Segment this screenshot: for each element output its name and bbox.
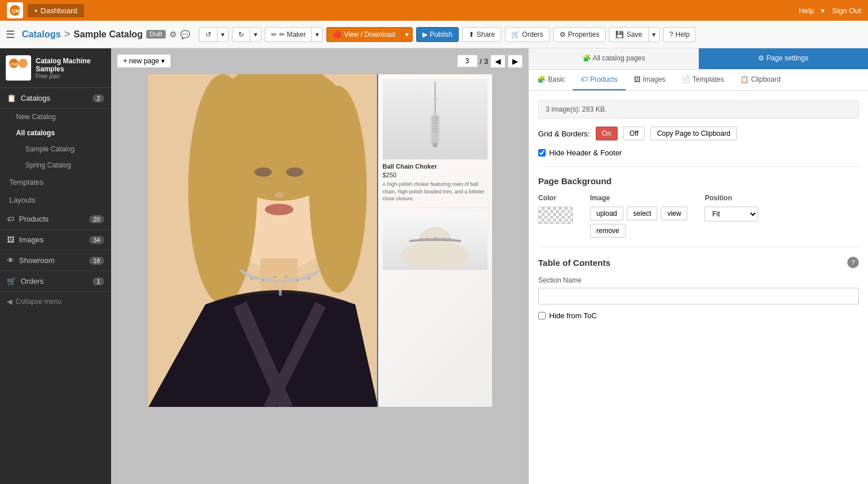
undo-dropdown[interactable]: ▾ bbox=[217, 27, 229, 42]
save-dropdown[interactable]: ▾ bbox=[648, 27, 660, 42]
breadcrumb-separator: > bbox=[64, 28, 71, 40]
top-bar-left: CM ▪ Dashboard bbox=[7, 2, 84, 18]
comment-icon[interactable]: 💬 bbox=[180, 30, 190, 39]
maker-button[interactable]: ✏ ✏ Maker bbox=[265, 27, 312, 42]
product-desc-1: A high-polish choker featuring rows of b… bbox=[383, 181, 488, 203]
help-button[interactable]: ? Help bbox=[663, 27, 696, 42]
products-icon: 🏷 bbox=[7, 215, 14, 223]
upload-button[interactable]: upload bbox=[590, 207, 623, 220]
view-download-button[interactable]: 🔴 View / Download bbox=[326, 27, 401, 42]
page-prev-button[interactable]: ◀ bbox=[490, 55, 505, 68]
collapse-menu-button[interactable]: ◀ Collapse menu bbox=[0, 292, 111, 311]
view-icon: 🔴 bbox=[333, 31, 341, 39]
sidebar-item-images[interactable]: 🖼 Images 34 bbox=[0, 230, 111, 250]
tab-all-catalog-pages[interactable]: 🧩 All catalog pages bbox=[529, 48, 699, 69]
tab-products[interactable]: 🏷 Products bbox=[573, 70, 625, 90]
maker-label: ✏ Maker bbox=[279, 31, 306, 39]
publish-label: Publish bbox=[430, 31, 452, 39]
save-button[interactable]: 💾 Save bbox=[609, 27, 648, 42]
sidebar-sample-catalog[interactable]: Sample Catalog bbox=[0, 141, 111, 157]
toc-help-button[interactable]: ? bbox=[847, 257, 859, 268]
pencil-icon: ✏ bbox=[271, 31, 277, 39]
publish-button[interactable]: ▶ Publish bbox=[416, 27, 459, 42]
grid-on-button[interactable]: On bbox=[596, 127, 618, 140]
sidebar-item-products[interactable]: 🏷 Products 20 bbox=[0, 209, 111, 230]
tab-templates-label: Templates bbox=[692, 75, 724, 83]
view-button[interactable]: view bbox=[661, 207, 687, 220]
info-bar: 3 image(s): 283 KB. bbox=[538, 100, 859, 119]
sidebar-products-badge: 20 bbox=[89, 215, 104, 223]
catalogs-icon: 📋 bbox=[7, 94, 16, 102]
svg-point-39 bbox=[420, 238, 422, 241]
maker-dropdown[interactable]: ▾ bbox=[311, 27, 323, 42]
canvas-area: + new page ▾ / 3 ◀ ▶ bbox=[111, 48, 528, 484]
svg-text:CM: CM bbox=[10, 62, 18, 67]
clipboard-tab-icon: 📋 bbox=[740, 75, 749, 83]
orders-sidebar-icon: 🛒 bbox=[7, 277, 16, 285]
svg-point-27 bbox=[433, 112, 437, 115]
view-download-dropdown[interactable]: ▾ bbox=[401, 27, 413, 42]
top-bar-right: Help ▾ Sign Out bbox=[799, 6, 861, 15]
hide-toc-checkbox[interactable] bbox=[538, 312, 546, 319]
undo-button[interactable]: ↺ bbox=[199, 27, 217, 42]
dashboard-label: Dashboard bbox=[41, 6, 78, 15]
redo-btn-group: ↻ ▾ bbox=[232, 27, 261, 42]
svg-point-35 bbox=[433, 143, 437, 147]
hide-header-footer-checkbox[interactable] bbox=[538, 149, 546, 157]
tab-basic[interactable]: 🧩 Basic bbox=[529, 70, 573, 90]
new-page-button[interactable]: + new page ▾ bbox=[117, 54, 171, 68]
svg-point-13 bbox=[265, 204, 294, 215]
tab-templates[interactable]: 📄 Templates bbox=[673, 70, 732, 90]
undo-btn-group: ↺ ▾ bbox=[199, 27, 229, 42]
section-name-input[interactable] bbox=[538, 288, 859, 304]
sidebar-templates-label: Templates bbox=[9, 178, 43, 186]
breadcrumb-catalogs[interactable]: Catalogs bbox=[22, 29, 61, 40]
tab-images[interactable]: 🖼 Images bbox=[626, 70, 673, 90]
menu-icon[interactable]: ☰ bbox=[6, 28, 15, 41]
position-select[interactable]: Fit Fill Stretch Tile bbox=[705, 207, 758, 222]
sidebar-item-showroom[interactable]: 👁 Showroom 18 bbox=[0, 250, 111, 271]
svg-point-17 bbox=[250, 277, 253, 280]
help-link[interactable]: Help bbox=[799, 6, 814, 15]
sidebar-layouts-label: Layouts bbox=[9, 196, 36, 204]
share-button[interactable]: ⬆ Share bbox=[462, 27, 501, 42]
catalog-page-canvas[interactable]: Ball Chain Choker $250 A high-polish cho… bbox=[147, 74, 493, 407]
remove-button[interactable]: remove bbox=[590, 224, 626, 238]
grid-off-button[interactable]: Off bbox=[623, 127, 645, 140]
sidebar-item-layouts[interactable]: Layouts bbox=[0, 191, 111, 209]
properties-button[interactable]: ⚙ Properties bbox=[553, 27, 606, 42]
svg-text:CM: CM bbox=[12, 8, 21, 14]
page-next-button[interactable]: ▶ bbox=[508, 55, 523, 68]
sidebar-item-templates[interactable]: Templates bbox=[0, 173, 111, 191]
position-label: Position bbox=[705, 194, 758, 202]
redo-button[interactable]: ↻ bbox=[232, 27, 250, 42]
page-navigation: / 3 ◀ ▶ bbox=[457, 55, 523, 68]
settings-icon[interactable]: ⚙ bbox=[169, 30, 177, 39]
copy-clipboard-button[interactable]: Copy Page to Clipboard bbox=[650, 127, 736, 140]
sidebar-new-catalog[interactable]: New Catalog bbox=[0, 109, 111, 125]
sidebar-item-orders[interactable]: 🛒 Orders 1 bbox=[0, 271, 111, 292]
sidebar-catalogs-badge: 2 bbox=[93, 94, 104, 102]
new-page-dropdown-icon[interactable]: ▾ bbox=[161, 57, 165, 65]
redo-dropdown[interactable]: ▾ bbox=[250, 27, 261, 42]
tab-basic-label: Basic bbox=[548, 75, 565, 83]
svg-point-42 bbox=[443, 238, 445, 240]
sidebar-spring-catalog[interactable]: Spring Catalog bbox=[0, 157, 111, 173]
app-logo: CM bbox=[7, 2, 23, 18]
product-name-1: Ball Chain Choker bbox=[383, 163, 488, 170]
breadcrumb-current: Sample Catalog bbox=[74, 29, 143, 40]
images-icon: 🖼 bbox=[7, 235, 14, 244]
orders-button[interactable]: 🛒 Orders bbox=[505, 27, 550, 42]
dashboard-button[interactable]: ▪ Dashboard bbox=[28, 4, 84, 17]
color-swatch[interactable] bbox=[538, 207, 573, 224]
select-button[interactable]: select bbox=[627, 207, 657, 220]
sidebar-catalogs-label: Catalogs bbox=[21, 94, 50, 102]
sidebar-plan: Free plan bbox=[36, 73, 90, 79]
sidebar-all-catalogs[interactable]: All catalogs bbox=[0, 125, 111, 141]
sidebar-item-catalogs[interactable]: 📋 Catalogs 2 bbox=[0, 88, 111, 109]
tab-page-settings[interactable]: ⚙ Page settings bbox=[699, 48, 869, 69]
page-number-input[interactable] bbox=[457, 55, 478, 67]
sign-out-link[interactable]: Sign Out bbox=[832, 6, 861, 15]
hide-header-footer-label: Hide Header & Footer bbox=[549, 148, 622, 157]
tab-clipboard[interactable]: 📋 Clipboard bbox=[732, 70, 789, 90]
